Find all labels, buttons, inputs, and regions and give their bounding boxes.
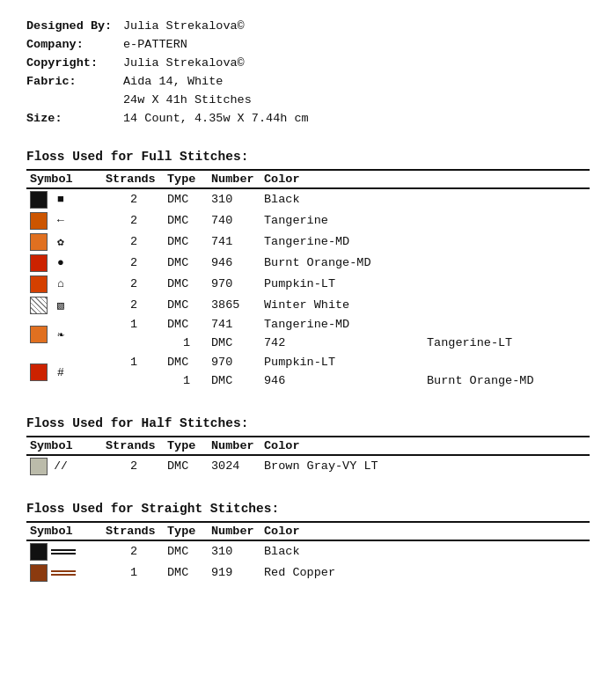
symbol-icon: ❧	[51, 327, 70, 342]
strands-cell: 2	[106, 210, 167, 231]
strands-cell: 2	[106, 274, 167, 295]
info-row-designer: Designed By: Julia Strekalova©	[26, 18, 590, 36]
col-strands: Strands	[106, 170, 167, 188]
full-stitches-table: Symbol Strands Type Number Color ■ 2 DMC…	[26, 169, 590, 392]
strands-cell: 2	[106, 188, 167, 210]
color-name-cell: Burnt Orange-MD	[427, 371, 590, 392]
color-name-cell: Pumpkin-LT	[264, 354, 427, 371]
number-cell: 310	[211, 188, 264, 210]
straight-stitches-header: Symbol Strands Type Number Color	[26, 522, 590, 540]
table-row: ← 2 DMC 740 Tangerine	[26, 210, 590, 231]
number-cell: 740	[211, 210, 264, 231]
color-name-cell: Tangerine	[264, 210, 427, 231]
company-label: Company:	[26, 36, 123, 55]
symbol-icon: ←	[51, 214, 70, 227]
table-row: ⌂ 2 DMC 970 Pumpkin-LT	[26, 274, 590, 295]
designed-by-value: Julia Strekalova©	[123, 18, 590, 36]
symbol-cell	[26, 562, 106, 584]
col-number-s: Number	[211, 522, 264, 540]
col-type: Type	[167, 170, 211, 188]
fabric-size: 24w X 41h Stitches	[123, 92, 252, 110]
col-strands-h: Strands	[106, 437, 167, 455]
color-swatch	[30, 326, 48, 343]
number-cell: 919	[211, 562, 264, 584]
half-stitches-title: Floss Used for Half Stitches:	[26, 416, 590, 430]
type-cell: DMC	[167, 274, 211, 295]
size-value: 14 Count, 4.35w X 7.44h cm	[123, 110, 590, 129]
symbol-cell	[106, 371, 167, 392]
half-stitches-header: Symbol Strands Type Number Color	[26, 437, 590, 455]
type-cell: DMC	[167, 354, 211, 371]
symbol-cell: ←	[26, 210, 106, 231]
symbol-cell: ●	[26, 253, 106, 274]
symbol-icon: ■	[51, 193, 70, 206]
symbol-cell	[26, 540, 106, 562]
col-number: Number	[211, 170, 264, 188]
info-row-company: Company: e-PATTERN	[26, 36, 590, 55]
type-cell: DMC	[167, 540, 211, 562]
color-name-cell: Brown Gray-VY LT	[264, 455, 590, 477]
color-name-cell: Black	[264, 188, 427, 210]
number-cell: 3024	[211, 455, 264, 477]
straight-stitches-section: Floss Used for Straight Stitches: Symbol…	[26, 502, 590, 584]
table-row: # 1 DMC 970 Pumpkin-LT	[26, 354, 590, 371]
symbol-cell: ■	[26, 188, 106, 210]
col-color: Color	[264, 170, 427, 188]
info-row-copyright: Copyright: Julia Strekalova©	[26, 55, 590, 73]
number-cell: 946	[264, 371, 427, 392]
table-row: // 2 DMC 3024 Brown Gray-VY LT	[26, 455, 590, 477]
straight-line-brown-symbol	[51, 570, 76, 576]
symbol-icon: ✿	[51, 235, 70, 249]
strands-cell: 1	[106, 562, 167, 584]
col-color-s: Color	[264, 522, 590, 540]
symbol-icon: //	[51, 459, 70, 473]
color-swatch	[30, 212, 48, 230]
type-cell: DMC	[167, 253, 211, 274]
number-cell: 3865	[211, 295, 264, 316]
info-row-fabric: Fabric: Aida 14, White 24w X 41h Stitche…	[26, 73, 590, 110]
straight-line-symbol	[51, 549, 76, 554]
col-symbol: Symbol	[26, 170, 106, 188]
color-swatch	[30, 254, 48, 272]
color-swatch	[30, 297, 48, 314]
symbol-cell: //	[26, 455, 106, 477]
symbol-cell: ⌂	[26, 274, 106, 295]
strands-cell: 2	[106, 253, 167, 274]
color-swatch	[30, 564, 48, 582]
strands-cell: 1	[106, 354, 167, 371]
symbol-cell: ❧	[26, 316, 106, 354]
col-type-s: Type	[167, 522, 211, 540]
copyright-label: Copyright:	[26, 55, 123, 73]
col-strands-s: Strands	[106, 522, 167, 540]
info-row-size: Size: 14 Count, 4.35w X 7.44h cm	[26, 110, 590, 129]
symbol-cell: #	[26, 354, 106, 392]
table-row: 1 DMC 946 Burnt Orange-MD	[26, 371, 590, 392]
col-symbol-h: Symbol	[26, 437, 106, 455]
symbol-icon: #	[51, 366, 70, 379]
color-swatch	[30, 191, 48, 209]
type-cell: DMC	[167, 562, 211, 584]
color-swatch	[30, 543, 48, 561]
color-swatch	[30, 364, 48, 381]
fabric-value: Aida 14, White	[123, 73, 252, 92]
number-cell: 946	[211, 253, 264, 274]
table-row: ● 2 DMC 946 Burnt Orange-MD	[26, 253, 590, 274]
color-name-cell: Tangerine-MD	[264, 316, 427, 333]
symbol-cell	[106, 333, 167, 354]
info-section: Designed By: Julia Strekalova© Company: …	[26, 18, 590, 129]
straight-stitches-title: Floss Used for Straight Stitches:	[26, 502, 590, 516]
half-stitches-section: Floss Used for Half Stitches: Symbol Str…	[26, 416, 590, 477]
color-name-cell: Tangerine-MD	[264, 231, 427, 253]
table-row: 1 DMC 742 Tangerine-LT	[26, 333, 590, 354]
full-stitches-section: Floss Used for Full Stitches: Symbol Str…	[26, 150, 590, 392]
color-name-cell: Black	[264, 540, 590, 562]
color-swatch	[30, 233, 48, 251]
type-cell: DMC	[167, 188, 211, 210]
number-cell: 970	[211, 274, 264, 295]
strands-cell: 2	[106, 231, 167, 253]
color-name-cell: Winter White	[264, 295, 427, 316]
col-type-h: Type	[167, 437, 211, 455]
color-name-cell: Burnt Orange-MD	[264, 253, 427, 274]
strands-cell: 2	[106, 540, 167, 562]
table-row: ❧ 1 DMC 741 Tangerine-MD	[26, 316, 590, 333]
